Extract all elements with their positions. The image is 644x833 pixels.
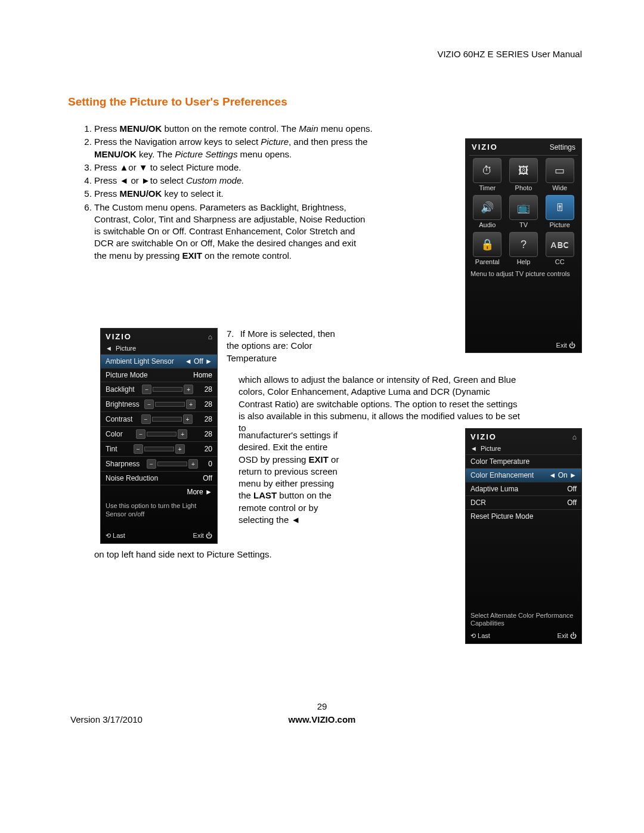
slider-value: 20: [205, 445, 212, 453]
cell-label: Audio: [470, 221, 504, 228]
last-button[interactable]: ⟲ Last: [106, 532, 125, 540]
back-arrow-icon[interactable]: ◄: [106, 345, 112, 352]
row-label: DCR: [470, 498, 486, 507]
osd-picture-screen: VIZIO ⌂ ◄ Picture Ambient Light Sensor◄ …: [100, 328, 218, 544]
picture-row[interactable]: Picture ModeHome: [101, 368, 217, 382]
osd-hint: Select Alternate Color Performance Capab…: [470, 612, 577, 628]
crumb-label: Picture: [481, 445, 501, 452]
t: MENU/OK: [120, 123, 162, 134]
cell-label: TV: [507, 221, 541, 228]
row-label: Picture Mode: [106, 371, 148, 379]
parental-icon: 🔒: [473, 232, 501, 257]
t: Press ◄ or ►to select: [94, 175, 186, 185]
picture-row[interactable]: Brightness−+28: [101, 397, 217, 411]
row-label: Sharpness: [106, 460, 140, 468]
t: MENU/OK: [120, 188, 162, 199]
plus-icon[interactable]: +: [183, 414, 193, 424]
row-label: Brightness: [106, 400, 140, 408]
row-label: Color: [106, 430, 123, 438]
settings-cell-cc[interactable]: ᴀʙᴄCC: [543, 232, 577, 265]
slider[interactable]: −+: [134, 444, 185, 454]
t: Picture Settings: [175, 149, 237, 159]
last-button[interactable]: ⟲ Last: [470, 632, 490, 640]
minus-icon[interactable]: −: [134, 444, 143, 454]
row-value: Home: [193, 371, 212, 379]
t: on the remote control.: [202, 250, 292, 261]
picture-row[interactable]: Ambient Light Sensor◄ Off ►: [101, 354, 217, 368]
osd-settings-screen: VIZIO Settings ⏱Timer🖼Photo▭Wide🔊Audio📺T…: [465, 138, 582, 353]
slider[interactable]: −+: [136, 429, 187, 439]
picture-rows: Ambient Light Sensor◄ Off ►Picture ModeH…: [101, 354, 217, 498]
minus-icon[interactable]: −: [142, 385, 151, 394]
minus-icon[interactable]: −: [144, 400, 154, 409]
plus-icon[interactable]: +: [175, 444, 185, 454]
slider[interactable]: −+: [142, 385, 193, 394]
minus-icon[interactable]: −: [136, 429, 145, 439]
picture-row[interactable]: Noise ReductionOff: [101, 471, 217, 485]
picture-row[interactable]: Color−+28: [101, 426, 217, 441]
picture-row[interactable]: Sharpness−+0: [101, 456, 217, 471]
crumb-label: Picture: [116, 345, 136, 352]
osd-title: Settings: [550, 143, 575, 151]
vizio-logo: VIZIO: [106, 332, 132, 341]
slider[interactable]: −+: [144, 400, 196, 409]
cell-label: Picture: [543, 221, 577, 228]
home-icon[interactable]: ⌂: [208, 333, 212, 341]
minus-icon[interactable]: −: [141, 414, 151, 424]
plus-icon[interactable]: +: [186, 400, 196, 409]
picture-row[interactable]: More ►: [101, 485, 217, 498]
settings-cell-wide[interactable]: ▭Wide: [543, 158, 577, 191]
plus-icon[interactable]: +: [188, 459, 198, 469]
t: MENU/OK: [94, 149, 137, 159]
settings-cell-tv[interactable]: 📺TV: [507, 195, 541, 228]
exit-button[interactable]: Exit ⏻: [558, 632, 577, 640]
page-number: 29: [0, 701, 644, 711]
settings-grid: ⏱Timer🖼Photo▭Wide🔊Audio📺TV🎚Picture🔒Paren…: [469, 156, 578, 267]
slider[interactable]: −+: [147, 459, 198, 469]
picture-icon: 🎚: [546, 195, 574, 220]
row-label: Ambient Light Sensor: [106, 357, 174, 366]
minus-icon[interactable]: −: [147, 459, 156, 469]
plus-icon[interactable]: +: [184, 385, 193, 394]
row-label: Reset Picture Mode: [470, 512, 533, 521]
timer-icon: ⏱: [473, 158, 501, 183]
settings-cell-timer[interactable]: ⏱Timer: [470, 158, 504, 191]
slider[interactable]: −+: [141, 414, 193, 424]
row-label: Color Temperature: [470, 457, 530, 466]
settings-cell-photo[interactable]: 🖼Photo: [507, 158, 541, 191]
picture-row[interactable]: Tint−+20: [101, 441, 217, 456]
cell-label: Parental: [470, 258, 504, 265]
row-value: Off: [567, 498, 577, 507]
slider-value: 28: [205, 415, 212, 423]
more-rows: Color TemperatureColor Enhancement◄ On ►…: [466, 454, 581, 523]
footer-url: www.VIZIO.com: [0, 714, 644, 724]
vizio-logo: VIZIO: [472, 143, 498, 151]
row-label: Contrast: [106, 415, 132, 423]
step-7-closing: on top left hand side next to Picture Se…: [94, 549, 392, 561]
settings-cell-picture[interactable]: 🎚Picture: [543, 195, 577, 228]
settings-cell-help[interactable]: ?Help: [507, 232, 541, 265]
back-arrow-icon[interactable]: ◄: [470, 445, 477, 452]
cell-label: Wide: [543, 184, 577, 191]
cell-label: Help: [507, 258, 541, 265]
settings-cell-parental[interactable]: 🔒Parental: [470, 232, 504, 265]
t: , and then press the: [289, 137, 368, 147]
audio-icon: 🔊: [473, 195, 501, 220]
wide-icon: ▭: [546, 158, 574, 183]
more-row[interactable]: DCROff: [466, 496, 581, 509]
more-row[interactable]: Color Enhancement◄ On ►: [466, 468, 581, 482]
exit-label[interactable]: Exit ⏻: [556, 342, 575, 349]
slider-value: 0: [208, 460, 212, 468]
plus-icon[interactable]: +: [178, 429, 187, 439]
more-row[interactable]: Color Temperature: [466, 454, 581, 468]
picture-row[interactable]: Backlight−+28: [101, 382, 217, 397]
more-row[interactable]: Adaptive LumaOff: [466, 482, 581, 496]
step-7-body: which allows to adjust the balance or in…: [239, 374, 525, 434]
home-icon[interactable]: ⌂: [572, 433, 577, 441]
more-row[interactable]: Reset Picture Mode: [466, 509, 581, 523]
slider-value: 28: [205, 400, 212, 408]
row-label: Color Enhancement: [470, 471, 534, 479]
settings-cell-audio[interactable]: 🔊Audio: [470, 195, 504, 228]
exit-button[interactable]: Exit ⏻: [193, 532, 212, 540]
picture-row[interactable]: Contrast−+28: [101, 411, 217, 426]
